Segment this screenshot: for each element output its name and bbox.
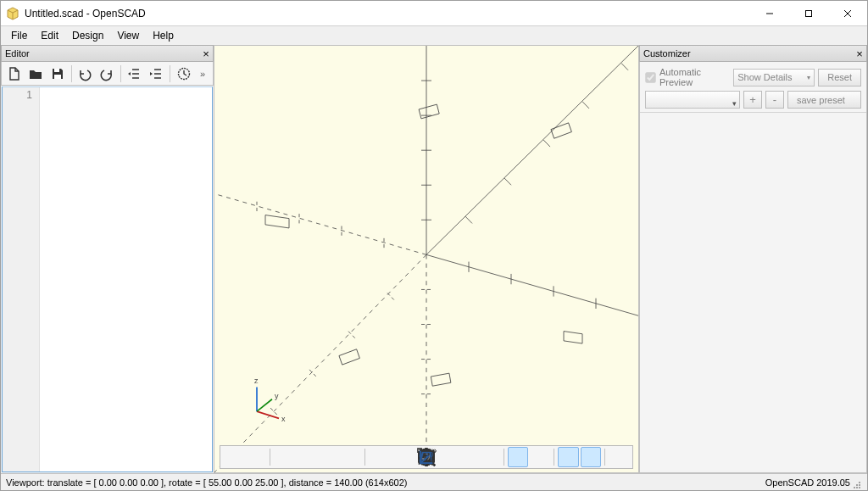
minimize-button[interactable]: [750, 1, 789, 25]
svg-line-33: [504, 178, 511, 185]
viewport-toolbar: » 10: [220, 445, 633, 469]
show-crosshairs-icon[interactable]: [609, 447, 629, 467]
svg-rect-43: [419, 104, 439, 119]
svg-rect-3: [806, 10, 812, 16]
svg-rect-46: [431, 373, 451, 386]
viewport[interactable]: z y x »: [214, 45, 639, 473]
line-gutter: 1: [3, 87, 40, 471]
new-file-icon[interactable]: [5, 64, 24, 83]
resize-grip-icon[interactable]: [850, 478, 862, 490]
separator: [170, 65, 170, 82]
svg-line-10: [426, 254, 638, 315]
separator: [71, 65, 72, 82]
svg-rect-45: [339, 349, 359, 365]
save-file-icon[interactable]: [48, 64, 67, 83]
svg-text:x: x: [281, 415, 286, 423]
svg-point-93: [856, 487, 858, 488]
svg-text:z: z: [254, 377, 259, 385]
editor-title: Editor: [5, 48, 30, 59]
svg-line-39: [309, 370, 316, 377]
menu-file[interactable]: File: [4, 28, 34, 43]
render-icon[interactable]: [175, 64, 193, 83]
svg-line-11: [426, 46, 638, 254]
svg-rect-42: [551, 123, 571, 138]
auto-preview-checkbox[interactable]: [645, 72, 655, 82]
svg-rect-41: [564, 332, 582, 343]
svg-line-34: [543, 140, 550, 147]
svg-rect-7: [54, 75, 61, 79]
app-icon: [6, 7, 19, 20]
titlebar: Untitled.scad - OpenSCAD: [1, 1, 867, 26]
customizer-panel: Customizer × Automatic Preview Show Deta…: [639, 45, 867, 473]
svg-rect-44: [265, 215, 289, 228]
unindent-icon[interactable]: [125, 64, 144, 83]
show-details-select[interactable]: Show Details ▾: [733, 69, 815, 86]
save-preset-button[interactable]: save preset: [787, 91, 861, 109]
menu-design[interactable]: Design: [65, 28, 110, 43]
customizer-header: Customizer ×: [639, 45, 867, 62]
svg-rect-6: [54, 69, 59, 72]
svg-line-14: [214, 254, 426, 472]
menubar: File Edit Design View Help: [1, 26, 867, 45]
svg-line-36: [621, 64, 628, 70]
customizer-close-icon[interactable]: ×: [853, 48, 866, 59]
editor-panel: Editor × » 1: [1, 45, 214, 473]
editor-header: Editor ×: [1, 45, 214, 62]
editor-body: 1: [2, 86, 213, 472]
code-area[interactable]: [40, 87, 212, 471]
svg-line-38: [348, 332, 355, 338]
undo-icon[interactable]: [76, 64, 95, 83]
svg-line-13: [214, 194, 426, 255]
toolbar-overflow-icon[interactable]: »: [196, 69, 209, 79]
svg-point-94: [854, 487, 855, 488]
svg-rect-88: [419, 449, 433, 464]
svg-point-90: [859, 484, 860, 486]
svg-point-91: [859, 487, 860, 488]
window-title: Untitled.scad - OpenSCAD: [25, 8, 750, 20]
status-viewport-info: Viewport: translate = [ 0.00 0.00 0.00 ]…: [6, 477, 407, 488]
indent-icon[interactable]: [147, 64, 165, 83]
divider: [640, 112, 866, 113]
redo-icon[interactable]: [97, 64, 116, 83]
open-file-icon[interactable]: [27, 64, 46, 83]
preset-select[interactable]: ▾: [645, 91, 740, 109]
svg-point-92: [856, 484, 858, 486]
separator: [120, 65, 121, 82]
viewport-axes: z y x: [214, 46, 638, 472]
menu-edit[interactable]: Edit: [34, 28, 65, 43]
remove-preset-button[interactable]: -: [765, 91, 784, 109]
svg-point-89: [859, 482, 860, 483]
svg-line-32: [465, 216, 472, 223]
svg-text:y: y: [275, 392, 279, 400]
show-details-label: Show Details: [737, 72, 792, 82]
reset-button[interactable]: Reset: [818, 69, 861, 86]
line-number: 1: [3, 89, 32, 101]
svg-line-37: [387, 293, 394, 300]
status-version: OpenSCAD 2019.05: [765, 477, 850, 488]
editor-close-icon[interactable]: ×: [199, 48, 213, 59]
menu-view[interactable]: View: [110, 28, 146, 43]
close-button[interactable]: [828, 1, 867, 25]
svg-line-49: [257, 399, 272, 411]
customizer-title: Customizer: [643, 48, 691, 59]
customizer-body: Automatic Preview Show Details ▾ Reset ▾…: [639, 62, 867, 473]
statusbar: Viewport: translate = [ 0.00 0.00 0.00 ]…: [1, 473, 867, 490]
editor-toolbar: »: [1, 62, 214, 86]
menu-help[interactable]: Help: [146, 28, 181, 43]
maximize-button[interactable]: [789, 1, 828, 25]
svg-line-35: [582, 102, 589, 109]
add-preset-button[interactable]: +: [743, 91, 762, 109]
auto-preview-label: Automatic Preview: [659, 67, 730, 87]
